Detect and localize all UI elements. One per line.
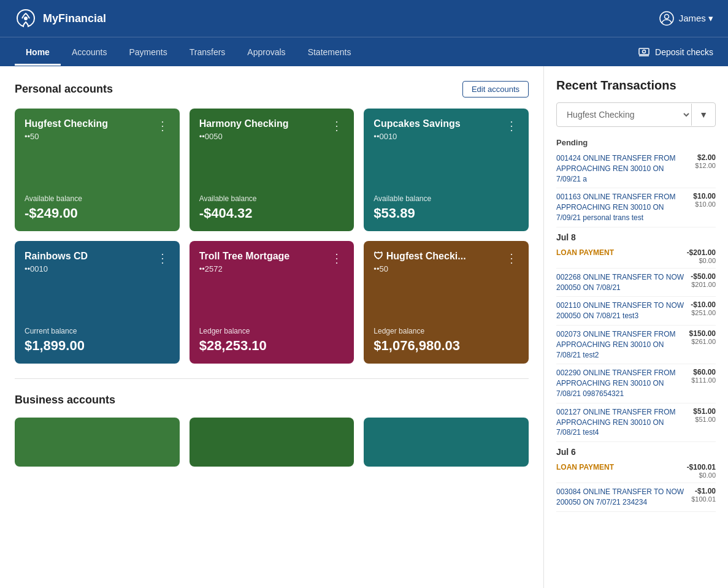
card-name-1: Harmony Checking bbox=[199, 118, 289, 129]
txn-desc-1-2: 002110 ONLINE TRANSFER TO NOW 200050 ON … bbox=[556, 300, 691, 321]
nav-accounts[interactable]: Accounts bbox=[61, 39, 118, 66]
business-card-1[interactable] bbox=[15, 418, 180, 467]
txn-amount-main-1-0: -$201.00 bbox=[687, 248, 716, 257]
txn-link-1-4[interactable]: 002290 ONLINE TRANSFER FROM APPROACHING … bbox=[556, 368, 676, 398]
card-balance-5: $1,076,980.03 bbox=[374, 338, 519, 354]
txn-link-1-3[interactable]: 002073 ONLINE TRANSFER FROM APPROACHING … bbox=[556, 330, 676, 359]
txn-item-1-1[interactable]: 002268 ONLINE TRANSFER TO NOW 200050 ON … bbox=[556, 269, 716, 297]
card-acct-0: ••50 bbox=[25, 132, 108, 141]
left-panel: Personal accounts Edit accounts Hugfest … bbox=[0, 66, 544, 588]
card-balance-label-1: Available balance bbox=[199, 194, 345, 203]
nav-home[interactable]: Home bbox=[15, 39, 61, 66]
txn-item-1-2[interactable]: 002110 ONLINE TRANSFER TO NOW 200050 ON … bbox=[556, 297, 716, 326]
txn-item-2-0[interactable]: LOAN PAYMENT -$100.01 $0.00 bbox=[556, 459, 716, 483]
account-select[interactable]: Hugfest Checking bbox=[557, 103, 691, 126]
business-card-2[interactable] bbox=[190, 418, 354, 467]
user-area[interactable]: James ▾ bbox=[659, 11, 713, 26]
personal-accounts-header: Personal accounts Edit accounts bbox=[15, 81, 529, 97]
card-bottom-3: Current balance $1,899.00 bbox=[25, 327, 170, 354]
txn-amount-sub-1-1: $201.00 bbox=[691, 281, 716, 288]
card-menu-3[interactable]: ⋮ bbox=[156, 251, 170, 265]
card-top-2: Cupcakes Savings ••0010 ⋮ bbox=[374, 118, 519, 141]
txn-link-0-0[interactable]: 001424 ONLINE TRANSFER FROM APPROACHING … bbox=[556, 154, 676, 183]
account-card-cupcakes-savings[interactable]: Cupcakes Savings ••0010 ⋮ Available bala… bbox=[364, 109, 529, 231]
txn-item-1-5[interactable]: 002127 ONLINE TRANSFER FROM APPROACHING … bbox=[556, 403, 716, 442]
txn-link-1-2[interactable]: 002110 ONLINE TRANSFER TO NOW 200050 ON … bbox=[556, 301, 684, 320]
page-content: Personal accounts Edit accounts Hugfest … bbox=[0, 66, 728, 588]
card-menu-0[interactable]: ⋮ bbox=[156, 118, 170, 133]
txn-amounts-1-3: $150.00 $261.00 bbox=[689, 329, 716, 345]
section-divider bbox=[15, 378, 529, 379]
txn-item-1-0[interactable]: LOAN PAYMENT -$201.00 $0.00 bbox=[556, 245, 716, 269]
nav-approvals[interactable]: Approvals bbox=[236, 39, 296, 66]
txn-amounts-0-0: $2.00 $12.00 bbox=[695, 153, 716, 169]
account-card-hugfest-checking[interactable]: Hugfest Checking ••50 ⋮ Available balanc… bbox=[15, 109, 180, 231]
card-balance-label-3: Current balance bbox=[25, 327, 170, 335]
nav-payments[interactable]: Payments bbox=[118, 39, 178, 66]
txn-desc-1-5: 002127 ONLINE TRANSFER FROM APPROACHING … bbox=[556, 407, 693, 438]
business-card-3[interactable] bbox=[364, 418, 529, 467]
txn-amount-main-1-2: -$10.00 bbox=[691, 300, 716, 309]
txn-amount-main-1-1: -$50.00 bbox=[691, 272, 716, 281]
account-card-hugfest-checki[interactable]: 🛡 Hugfest Checki... ••50 ⋮ Ledger balanc… bbox=[364, 241, 529, 364]
txn-link-2-1[interactable]: 003084 ONLINE TRANSFER TO NOW 200050 ON … bbox=[556, 487, 684, 506]
card-bottom-5: Ledger balance $1,076,980.03 bbox=[374, 327, 519, 354]
card-info-5: 🛡 Hugfest Checki... ••50 bbox=[374, 251, 466, 273]
txn-item-0-1[interactable]: 001163 ONLINE TRANSFER FROM APPROACHING … bbox=[556, 188, 716, 227]
txn-item-1-4[interactable]: 002290 ONLINE TRANSFER FROM APPROACHING … bbox=[556, 364, 716, 403]
txn-amount-sub-0-0: $12.00 bbox=[695, 162, 716, 169]
card-name-5: 🛡 Hugfest Checki... bbox=[374, 251, 466, 262]
card-bottom-2: Available balance $53.89 bbox=[374, 194, 519, 221]
nav-transfers[interactable]: Transfers bbox=[178, 39, 237, 66]
card-menu-4[interactable]: ⋮ bbox=[331, 251, 344, 265]
txn-amount-sub-1-2: $251.00 bbox=[691, 309, 716, 316]
account-card-harmony-checking[interactable]: Harmony Checking ••0050 ⋮ Available bala… bbox=[190, 109, 354, 231]
txn-amount-sub-0-1: $10.00 bbox=[693, 200, 716, 208]
edit-accounts-button[interactable]: Edit accounts bbox=[462, 81, 529, 97]
txn-desc-2-0: LOAN PAYMENT bbox=[556, 463, 687, 472]
account-select-wrapper[interactable]: Hugfest Checking ▼ bbox=[556, 102, 716, 127]
app-name: MyFinancial bbox=[43, 12, 106, 25]
account-card-rainbows-cd[interactable]: Rainbows CD ••0010 ⋮ Current balance $1,… bbox=[15, 241, 180, 364]
txn-amount-main-1-5: $51.00 bbox=[693, 407, 716, 416]
txn-item-2-1[interactable]: 003084 ONLINE TRANSFER TO NOW 200050 ON … bbox=[556, 483, 716, 512]
txn-bold-2-0: LOAN PAYMENT bbox=[556, 463, 614, 472]
card-balance-4: $28,253.10 bbox=[199, 338, 345, 354]
card-menu-5[interactable]: ⋮ bbox=[505, 251, 519, 265]
txn-link-0-1[interactable]: 001163 ONLINE TRANSFER FROM APPROACHING … bbox=[556, 193, 676, 222]
txn-amount-main-0-1: $10.00 bbox=[693, 192, 716, 200]
account-card-troll-tree-mortgage[interactable]: Troll Tree Mortgage ••2572 ⋮ Ledger bala… bbox=[190, 241, 354, 364]
txn-amount-sub-1-5: $51.00 bbox=[693, 416, 716, 423]
card-top-5: 🛡 Hugfest Checki... ••50 ⋮ bbox=[374, 251, 519, 273]
main-nav: Home Accounts Payments Transfers Approva… bbox=[0, 37, 728, 66]
card-info-0: Hugfest Checking ••50 bbox=[25, 118, 108, 141]
card-acct-4: ••2572 bbox=[199, 264, 290, 273]
txn-link-1-1[interactable]: 002268 ONLINE TRANSFER TO NOW 200050 ON … bbox=[556, 273, 684, 292]
card-menu-2[interactable]: ⋮ bbox=[505, 118, 519, 133]
card-top-4: Troll Tree Mortgage ••2572 ⋮ bbox=[199, 251, 345, 273]
logo-area[interactable]: MyFinancial bbox=[15, 7, 106, 29]
txn-desc-1-3: 002073 ONLINE TRANSFER FROM APPROACHING … bbox=[556, 329, 689, 360]
nav-links: Home Accounts Payments Transfers Approva… bbox=[15, 39, 362, 66]
txn-amounts-1-2: -$10.00 $251.00 bbox=[691, 300, 716, 316]
deposit-checks-label: Deposit checks bbox=[655, 47, 713, 57]
card-bottom-1: Available balance -$404.32 bbox=[199, 194, 345, 221]
svg-rect-3 bbox=[639, 48, 649, 55]
txn-item-0-0[interactable]: 001424 ONLINE TRANSFER FROM APPROACHING … bbox=[556, 150, 716, 188]
deposit-checks-button[interactable]: Deposit checks bbox=[638, 46, 713, 58]
card-name-0: Hugfest Checking bbox=[25, 118, 108, 129]
card-info-3: Rainbows CD ••0010 bbox=[25, 251, 88, 273]
card-name-4: Troll Tree Mortgage bbox=[199, 251, 290, 262]
chevron-down-icon[interactable]: ▼ bbox=[691, 104, 715, 126]
nav-statements[interactable]: Statements bbox=[297, 39, 362, 66]
txn-amount-main-1-3: $150.00 bbox=[689, 329, 716, 338]
card-menu-1[interactable]: ⋮ bbox=[331, 118, 344, 133]
card-info-1: Harmony Checking ••0050 bbox=[199, 118, 289, 141]
txn-item-1-3[interactable]: 002073 ONLINE TRANSFER FROM APPROACHING … bbox=[556, 326, 716, 364]
txn-section-pending: Pending bbox=[556, 136, 716, 150]
txn-link-1-5[interactable]: 002127 ONLINE TRANSFER FROM APPROACHING … bbox=[556, 408, 676, 437]
txn-amounts-0-1: $10.00 $10.00 bbox=[693, 192, 716, 208]
txn-desc-1-4: 002290 ONLINE TRANSFER FROM APPROACHING … bbox=[556, 368, 691, 399]
txn-date-jul8: Jul 8 bbox=[556, 227, 716, 245]
txn-amount-main-1-4: $60.00 bbox=[691, 368, 716, 376]
